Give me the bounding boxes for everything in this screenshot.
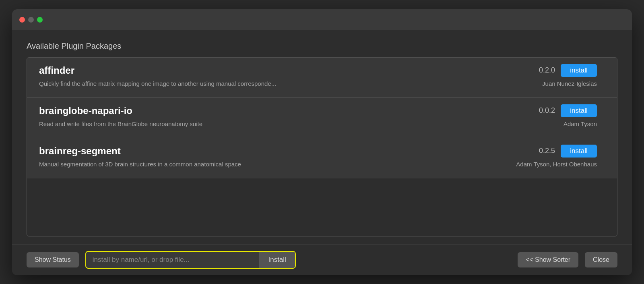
install-button[interactable]: install bbox=[561, 104, 597, 117]
install-input-wrapper: Install bbox=[85, 251, 296, 269]
plugin-bottom-row: Read and write files from the BrainGlobe… bbox=[39, 120, 597, 127]
plugin-right: 0.0.2 install bbox=[539, 104, 597, 117]
main-window: Available Plugin Packages affinder 0.2.0… bbox=[12, 9, 632, 275]
plugin-description: Quickly find the affine matrix mapping o… bbox=[39, 80, 536, 87]
plugin-description: Manual segmentation of 3D brain structur… bbox=[39, 161, 510, 168]
plugin-description: Read and write files from the BrainGlobe… bbox=[39, 120, 557, 127]
plugin-top-row: affinder 0.2.0 install bbox=[39, 64, 597, 77]
close-button[interactable]: Close bbox=[585, 252, 617, 267]
close-window-button[interactable] bbox=[19, 17, 25, 23]
plugin-item: brainreg-segment 0.2.5 install Manual se… bbox=[27, 138, 617, 178]
show-status-button[interactable]: Show Status bbox=[27, 252, 79, 267]
plugin-item: brainglobe-napari-io 0.0.2 install Read … bbox=[27, 98, 617, 138]
plugin-bottom-row: Manual segmentation of 3D brain structur… bbox=[39, 161, 597, 168]
maximize-window-button[interactable] bbox=[37, 17, 43, 23]
install-button[interactable]: install bbox=[561, 64, 597, 77]
plugin-name: brainglobe-napari-io bbox=[39, 105, 132, 116]
plugin-item: affinder 0.2.0 install Quickly find the … bbox=[27, 58, 617, 98]
install-input[interactable] bbox=[86, 252, 259, 268]
show-sorter-button[interactable]: << Show Sorter bbox=[518, 252, 578, 267]
plugin-name: brainreg-segment bbox=[39, 145, 121, 157]
plugin-version: 0.2.0 bbox=[539, 66, 555, 75]
plugin-author: Adam Tyson bbox=[564, 120, 597, 127]
plugin-top-row: brainglobe-napari-io 0.0.2 install bbox=[39, 104, 597, 117]
plugin-list-container: affinder 0.2.0 install Quickly find the … bbox=[27, 57, 617, 236]
main-content: Available Plugin Packages affinder 0.2.0… bbox=[12, 30, 632, 245]
plugin-author: Juan Nunez-Iglesias bbox=[542, 80, 597, 87]
plugin-top-row: brainreg-segment 0.2.5 install bbox=[39, 145, 597, 158]
plugin-bottom-row: Quickly find the affine matrix mapping o… bbox=[39, 80, 597, 87]
install-action-button[interactable]: Install bbox=[259, 252, 295, 268]
plugin-list[interactable]: affinder 0.2.0 install Quickly find the … bbox=[27, 58, 617, 236]
plugin-version: 0.2.5 bbox=[539, 147, 555, 155]
minimize-window-button[interactable] bbox=[28, 17, 34, 23]
section-title: Available Plugin Packages bbox=[27, 41, 617, 51]
plugin-version: 0.0.2 bbox=[539, 106, 555, 115]
title-bar bbox=[12, 9, 632, 30]
plugin-right: 0.2.0 install bbox=[539, 64, 597, 77]
bottom-bar: Show Status Install << Show Sorter Close bbox=[12, 245, 632, 275]
plugin-right: 0.2.5 install bbox=[539, 145, 597, 158]
plugin-author: Adam Tyson, Horst Obenhaus bbox=[516, 161, 597, 168]
traffic-lights bbox=[19, 17, 43, 23]
plugin-name: affinder bbox=[39, 65, 74, 76]
install-button[interactable]: install bbox=[561, 145, 597, 158]
